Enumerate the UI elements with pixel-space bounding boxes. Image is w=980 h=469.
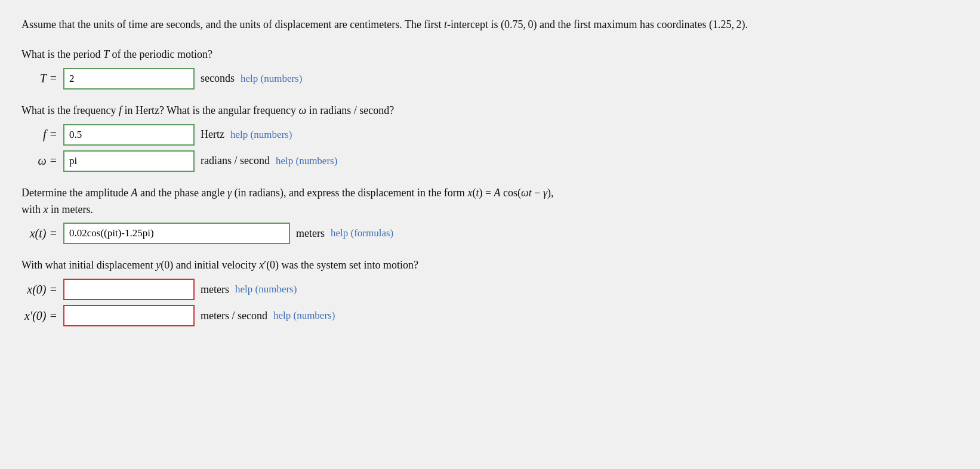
x0-eq-label: x(0) = <box>21 283 57 297</box>
question-label-period: What is the period T of the periodic mot… <box>21 47 857 63</box>
x0-unit: meters <box>201 283 229 296</box>
question-label-frequency: What is the frequency f in Hertz? What i… <box>21 103 857 119</box>
x0-input[interactable] <box>63 279 195 300</box>
f-input[interactable] <box>63 124 195 146</box>
xp0-unit: meters / second <box>201 310 267 322</box>
xp0-help-link[interactable]: help (numbers) <box>273 310 335 322</box>
question-block-initial: With what initial displacement y(0) and … <box>21 257 959 326</box>
question-block-amplitude: Determine the amplitude A and the phase … <box>21 185 959 245</box>
answer-row-period: T = seconds help (numbers) <box>21 68 959 90</box>
answer-row-xp0: x′(0) = meters / second help (numbers) <box>21 305 959 326</box>
f-eq-label: f = <box>21 128 57 141</box>
omega-help-link[interactable]: help (numbers) <box>276 155 337 167</box>
intro-paragraph: Assume that the units of time are second… <box>21 17 857 33</box>
answer-row-x0: x(0) = meters help (numbers) <box>21 279 959 300</box>
period-input[interactable] <box>63 68 195 90</box>
omega-unit: radians / second <box>201 155 270 167</box>
x0-help-link[interactable]: help (numbers) <box>235 283 297 295</box>
omega-input[interactable] <box>63 150 195 172</box>
question-label-initial: With what initial displacement y(0) and … <box>21 257 857 274</box>
xp0-eq-label: x′(0) = <box>21 309 57 323</box>
xt-unit: meters <box>296 227 325 240</box>
question-block-period: What is the period T of the periodic mot… <box>21 47 959 90</box>
f-help-link[interactable]: help (numbers) <box>230 129 292 141</box>
answer-row-omega: ω = radians / second help (numbers) <box>21 150 959 172</box>
answer-row-f: f = Hertz help (numbers) <box>21 124 959 146</box>
xt-help-link[interactable]: help (formulas) <box>331 227 393 239</box>
question-label-amplitude: Determine the amplitude A and the phase … <box>21 185 857 218</box>
xt-input[interactable] <box>63 223 290 244</box>
xp0-input[interactable] <box>63 305 195 326</box>
period-help-link[interactable]: help (numbers) <box>241 73 302 85</box>
omega-eq-label: ω = <box>21 154 57 168</box>
f-unit: Hertz <box>201 128 224 141</box>
answer-row-xt: x(t) = meters help (formulas) <box>21 223 959 244</box>
period-unit: seconds <box>201 72 235 85</box>
period-eq-label: T = <box>21 72 57 85</box>
xt-eq-label: x(t) = <box>21 227 57 240</box>
question-block-frequency: What is the frequency f in Hertz? What i… <box>21 103 959 172</box>
